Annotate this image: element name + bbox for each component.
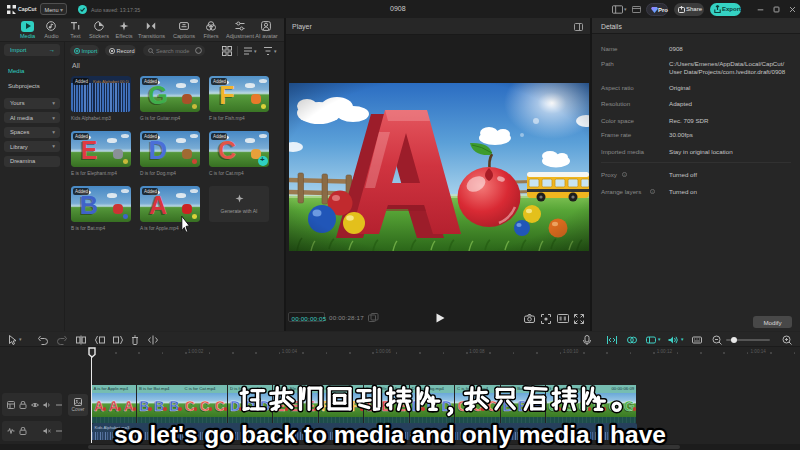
svg-text:so let's go back to media and: so let's go back to media and only media… xyxy=(114,421,666,448)
